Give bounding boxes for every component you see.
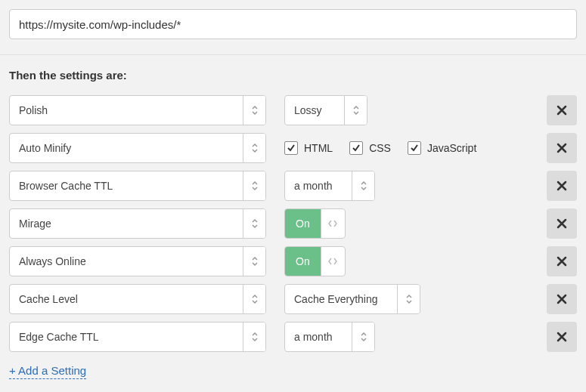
delete-button[interactable] [547,208,577,239]
setting-select-label: Mirage [10,209,243,238]
toggle-on-label: On [285,247,321,276]
setting-row-auto-minify: Auto Minify HTML CSS [9,133,577,163]
checkbox-icon[interactable] [349,141,363,155]
value-select-a-month[interactable]: a month [284,171,375,201]
setting-select-browser-cache-ttl[interactable]: Browser Cache TTL [9,171,266,201]
stepper-icon[interactable] [243,323,265,351]
setting-select-label: Cache Level [10,285,243,313]
delete-button[interactable] [547,284,577,314]
stepper-icon[interactable] [243,171,265,200]
setting-row-browser-cache-ttl: Browser Cache TTL a month [9,171,577,201]
value-select-label: a month [285,323,352,351]
delete-button[interactable] [547,95,577,125]
setting-select-label: Edge Cache TTL [10,323,243,351]
stepper-icon[interactable] [352,171,374,200]
value-select-lossy[interactable]: Lossy [284,95,367,125]
stepper-icon[interactable] [243,96,265,125]
setting-select-polish[interactable]: Polish [9,95,266,125]
url-input[interactable] [9,9,577,39]
setting-select-cache-level[interactable]: Cache Level [9,284,266,314]
setting-select-label: Polish [10,96,243,125]
checkbox-icon[interactable] [284,141,298,155]
setting-row-mirage: Mirage On [9,208,577,239]
checkbox-css[interactable]: CSS [349,141,391,155]
close-icon [557,181,567,191]
delete-button[interactable] [547,246,577,276]
setting-select-label: Browser Cache TTL [10,171,243,200]
delete-button[interactable] [547,171,577,201]
close-icon [557,218,567,229]
stepper-icon[interactable] [243,247,265,276]
add-setting-link[interactable]: + Add a Setting [9,364,86,379]
setting-row-polish: Polish Lossy [9,95,577,125]
toggle-on-label: On [285,209,321,238]
close-icon [557,256,567,267]
delete-button[interactable] [547,322,577,352]
setting-select-mirage[interactable]: Mirage [9,208,266,239]
close-icon [557,143,567,153]
value-select-label: Cache Everything [285,285,397,313]
close-icon [557,294,567,304]
setting-select-auto-minify[interactable]: Auto Minify [9,133,266,163]
toggle-handle-icon[interactable] [321,209,345,238]
stepper-icon[interactable] [397,285,420,313]
value-select-a-month[interactable]: a month [284,322,375,352]
stepper-icon[interactable] [243,209,265,238]
setting-select-label: Auto Minify [10,134,243,162]
stepper-icon[interactable] [344,96,367,125]
setting-row-always-online: Always Online On [9,246,577,276]
value-select-label: Lossy [285,96,344,125]
setting-select-always-online[interactable]: Always Online [9,246,266,276]
setting-select-label: Always Online [10,247,243,276]
toggle-on-off[interactable]: On [284,246,346,276]
setting-select-edge-cache-ttl[interactable]: Edge Cache TTL [9,322,266,352]
delete-button[interactable] [547,133,577,163]
checkbox-label: CSS [369,142,391,154]
value-select-cache-everything[interactable]: Cache Everything [284,284,420,314]
stepper-icon[interactable] [243,285,265,313]
checkbox-html[interactable]: HTML [284,141,333,155]
toggle-on-off[interactable]: On [284,208,346,239]
toggle-handle-icon[interactable] [321,247,345,276]
close-icon [557,105,567,116]
checkbox-label: JavaScript [427,142,476,154]
setting-row-edge-cache-ttl: Edge Cache TTL a month [9,322,577,352]
checkbox-javascript[interactable]: JavaScript [408,141,476,155]
checkbox-icon[interactable] [408,141,421,155]
stepper-icon[interactable] [352,323,374,351]
setting-row-cache-level: Cache Level Cache Everything [9,284,577,314]
checkbox-label: HTML [304,142,333,154]
value-select-label: a month [285,171,352,200]
section-title: Then the settings are: [9,69,577,82]
stepper-icon[interactable] [243,134,265,162]
close-icon [557,332,567,342]
